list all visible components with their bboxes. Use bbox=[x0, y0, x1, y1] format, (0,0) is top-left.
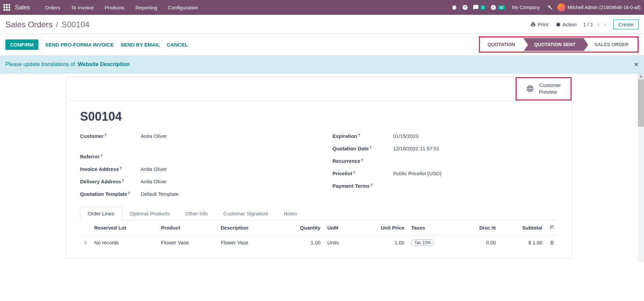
tab-order-lines[interactable]: Order Lines bbox=[80, 207, 122, 220]
apps-icon[interactable] bbox=[3, 4, 10, 11]
print-icon bbox=[530, 22, 536, 27]
help-icon[interactable]: ? bbox=[358, 133, 360, 137]
messages-icon[interactable]: 5 bbox=[473, 4, 486, 10]
cell-quantity[interactable]: 1.00 bbox=[277, 235, 324, 250]
user-menu[interactable]: Mitchell Admin (21909648-16-0-all) bbox=[557, 3, 641, 11]
nav-item-orders[interactable]: Orders bbox=[39, 0, 66, 15]
cell-taxes[interactable]: Tax 15% bbox=[408, 235, 459, 250]
cell-description[interactable]: Flower Vase bbox=[217, 235, 277, 250]
action-label: Action bbox=[562, 22, 577, 27]
th-disc[interactable]: Disc.% bbox=[459, 220, 499, 235]
breadcrumb: Sales Orders / S00104 bbox=[5, 20, 89, 29]
nav-item-products[interactable]: Products bbox=[99, 0, 130, 15]
statusbar: CONFIRM SEND PRO-FORMA INVOICE SEND BY E… bbox=[0, 34, 644, 56]
th-description[interactable]: Description bbox=[217, 220, 277, 235]
label-payment-terms: Payment Terms? bbox=[333, 183, 393, 189]
bug-icon[interactable] bbox=[451, 4, 457, 10]
cancel-button[interactable]: CANCEL bbox=[167, 42, 188, 48]
stage-quotation[interactable]: QUOTATION bbox=[481, 38, 523, 51]
cell-subtotal[interactable]: $ 1.00 bbox=[499, 235, 546, 250]
app-brand[interactable]: Sales bbox=[15, 4, 30, 11]
breadcrumb-parent[interactable]: Sales Orders bbox=[5, 20, 53, 29]
value-quotation-template[interactable]: Default Template bbox=[141, 191, 179, 197]
user-name: Mitchell Admin (21909648-16-0-all) bbox=[568, 5, 641, 10]
label-pricelist: Pricelist? bbox=[333, 171, 393, 176]
th-taxes[interactable]: Taxes bbox=[408, 220, 459, 235]
close-icon[interactable]: × bbox=[634, 60, 639, 69]
action-button[interactable]: Action bbox=[555, 22, 577, 27]
help-icon[interactable]: ? bbox=[104, 133, 107, 137]
customer-preview-button[interactable]: Customer Preview bbox=[516, 77, 571, 100]
nav-item-configuration[interactable]: Configuration bbox=[163, 0, 204, 15]
label-expiration: Expiration? bbox=[333, 133, 393, 139]
tools-icon[interactable] bbox=[547, 4, 553, 10]
pager-next-icon[interactable]: › bbox=[603, 21, 607, 28]
help-icon[interactable]: ? bbox=[370, 183, 373, 187]
value-quotation-date[interactable]: 12/16/2022 11:57:51 bbox=[393, 146, 440, 151]
send-proforma-button[interactable]: SEND PRO-FORMA INVOICE bbox=[45, 42, 114, 48]
value-pricelist[interactable]: Public Pricelist (USD) bbox=[393, 171, 441, 176]
help-icon[interactable]: ? bbox=[353, 171, 355, 175]
help-icon[interactable]: ? bbox=[361, 158, 363, 162]
table-row[interactable]: ⇅ No records Flower Vase Flower Vase 1.0… bbox=[80, 235, 558, 250]
activities-badge: 42 bbox=[498, 5, 505, 10]
nav-item-to-invoice[interactable]: To Invoice bbox=[66, 0, 99, 15]
help-icon[interactable]: ? bbox=[122, 179, 124, 183]
value-customer[interactable]: Anita Oliver bbox=[141, 133, 167, 139]
pager-value[interactable]: 1 / 1 bbox=[583, 22, 593, 27]
send-email-button[interactable]: SEND BY EMAIL bbox=[121, 42, 160, 48]
help-icon[interactable]: ? bbox=[120, 166, 122, 170]
cell-uom[interactable]: Units bbox=[324, 235, 356, 250]
th-unit-price[interactable]: Unit Price bbox=[356, 220, 408, 235]
pager: 1 / 1 ‹ › bbox=[583, 21, 607, 28]
alert-link[interactable]: Website Description bbox=[78, 61, 130, 67]
tab-optional-products[interactable]: Optional Products bbox=[122, 207, 178, 220]
scrollbar[interactable] bbox=[638, 73, 644, 262]
create-button[interactable]: Create bbox=[613, 20, 639, 29]
tax-chip[interactable]: Tax 15% bbox=[411, 239, 434, 246]
th-product[interactable]: Product bbox=[158, 220, 217, 235]
customer-preview-line1: Customer bbox=[539, 82, 561, 89]
stage-quotation-sent[interactable]: QUOTATION SENT bbox=[523, 38, 584, 51]
value-invoice-address[interactable]: Anita Oliver bbox=[141, 166, 167, 172]
breadcrumb-sep: / bbox=[56, 20, 58, 29]
value-delivery-address[interactable]: Anita Oliver bbox=[141, 179, 167, 184]
columns-config-icon[interactable] bbox=[549, 224, 555, 230]
customer-preview-line2: Preview bbox=[539, 89, 561, 95]
confirm-button[interactable]: CONFIRM bbox=[5, 39, 38, 50]
nav-item-reporting[interactable]: Reporting bbox=[130, 0, 163, 15]
cell-unit-price[interactable]: 1.00 bbox=[356, 235, 408, 250]
label-quotation-date: Quotation Date? bbox=[333, 146, 393, 151]
company-switcher[interactable]: My Company bbox=[510, 5, 542, 10]
print-label: Print bbox=[538, 22, 548, 27]
scroll-thumb[interactable] bbox=[638, 80, 644, 127]
drag-handle-icon[interactable]: ⇅ bbox=[84, 240, 88, 245]
value-expiration[interactable]: 01/15/2023 bbox=[393, 133, 419, 139]
help-icon[interactable]: ? bbox=[100, 154, 103, 158]
cell-reserved-lot[interactable]: No records bbox=[91, 235, 158, 250]
top-nav: Sales Orders To Invoice Products Reporti… bbox=[0, 0, 644, 15]
cell-disc[interactable]: 0.00 bbox=[459, 235, 499, 250]
help-icon[interactable]: ? bbox=[128, 191, 130, 195]
print-button[interactable]: Print bbox=[530, 22, 548, 27]
label-recurrence: Recurrence? bbox=[333, 158, 393, 164]
tab-notes[interactable]: Notes bbox=[276, 207, 305, 220]
scroll-up-icon[interactable] bbox=[638, 73, 644, 80]
activities-icon[interactable]: 42 bbox=[490, 4, 505, 10]
th-quantity[interactable]: Quantity bbox=[277, 220, 324, 235]
th-subtotal[interactable]: Subtotal bbox=[499, 220, 546, 235]
th-uom[interactable]: UoM bbox=[324, 220, 356, 235]
cell-product[interactable]: Flower Vase bbox=[158, 235, 217, 250]
label-invoice-address: Invoice Address? bbox=[80, 166, 141, 172]
help-icon[interactable]: ? bbox=[369, 146, 372, 150]
order-name: S00104 bbox=[80, 110, 558, 124]
avatar bbox=[557, 3, 565, 11]
stage-sales-order[interactable]: SALES ORDER bbox=[584, 38, 637, 51]
support-icon[interactable] bbox=[462, 4, 468, 10]
gear-icon bbox=[555, 22, 560, 27]
trash-icon[interactable]: 🗑 bbox=[550, 240, 555, 245]
pager-prev-icon[interactable]: ‹ bbox=[596, 21, 600, 28]
tab-other-info[interactable]: Other Info bbox=[178, 207, 216, 220]
tab-customer-signature[interactable]: Customer Signature bbox=[216, 207, 276, 220]
th-reserved-lot[interactable]: Reserved Lot bbox=[91, 220, 158, 235]
